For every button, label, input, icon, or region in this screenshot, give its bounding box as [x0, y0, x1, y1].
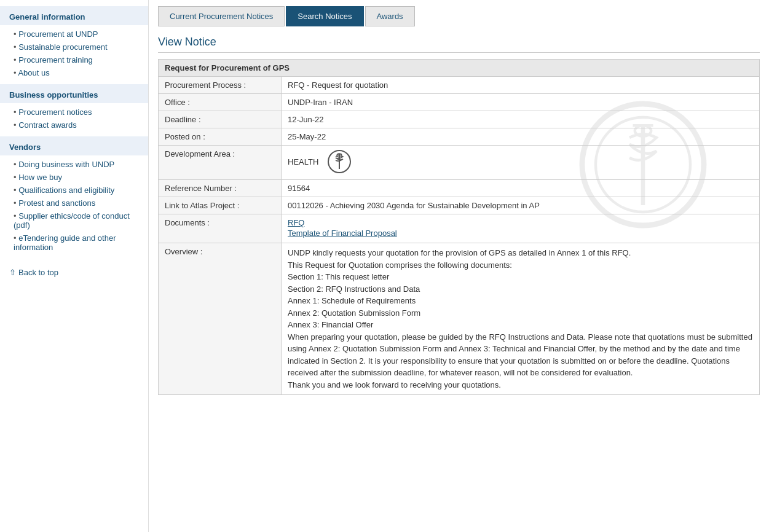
deadline-label: Deadline : — [159, 111, 282, 128]
sidebar-item-how-we-buy[interactable]: How we buy — [0, 171, 148, 184]
sidebar-item-procurement-training[interactable]: Procurement training — [0, 53, 148, 66]
notice-table: Request for Procurement of GPS Procureme… — [158, 59, 760, 395]
link-atlas-label: Link to Atlas Project : — [159, 197, 282, 214]
view-notice-title: View Notice — [158, 36, 760, 53]
sidebar-item-qualifications[interactable]: Qualifications and eligibility — [0, 184, 148, 197]
sidebar-item-sustainable-procurement[interactable]: Sustainable procurement — [0, 41, 148, 53]
deadline-value: 12-Jun-22 — [282, 111, 760, 128]
sidebar-item-protest-sanctions[interactable]: Protest and sanctions — [0, 197, 148, 209]
template-link[interactable]: Template of Financial Proposal — [288, 229, 753, 238]
development-area-text: HEALTH — [288, 157, 318, 166]
view-notice-area: View Notice Request for Procurement of G… — [158, 36, 760, 395]
sidebar-item-about-us[interactable]: About us — [0, 66, 148, 79]
overview-value: UNDP kindly requests your quotation for … — [282, 243, 760, 395]
sidebar-item-supplier-ethics[interactable]: Supplier ethics/code of conduct (pdf) — [0, 209, 148, 232]
tab-search-notices[interactable]: Search Notices — [286, 6, 363, 26]
sidebar-item-etendering[interactable]: eTendering guide and other information — [0, 232, 148, 254]
procurement-process-label: Procurement Process : — [159, 77, 282, 94]
link-atlas-value: 00112026 - Achieving 2030 Agenda for Sus… — [282, 197, 760, 214]
development-area-value: HEALTH — [282, 146, 760, 180]
chevron-up-icon: ⇧ — [9, 268, 16, 277]
overview-label: Overview : — [159, 243, 282, 395]
notice-table-wrapper: Request for Procurement of GPS Procureme… — [158, 59, 760, 395]
tab-bar: Current Procurement Notices Search Notic… — [158, 6, 760, 26]
reference-number-label: Reference Number : — [159, 180, 282, 197]
posted-on-value: 25-May-22 — [282, 128, 760, 146]
sidebar-item-procurement-at-undp[interactable]: Procurement at UNDP — [0, 28, 148, 41]
back-to-top-label: Back to top — [18, 268, 58, 277]
main-content: Current Procurement Notices Search Notic… — [149, 0, 769, 532]
posted-on-label: Posted on : — [159, 128, 282, 146]
notice-table-header: Request for Procurement of GPS — [159, 60, 760, 77]
office-value: UNDP-Iran - IRAN — [282, 94, 760, 111]
tab-awards[interactable]: Awards — [365, 6, 415, 26]
rfq-link[interactable]: RFQ — [288, 218, 753, 227]
general-info-section-title: General information — [0, 6, 148, 25]
back-to-top-button[interactable]: ⇧ Back to top — [0, 259, 148, 286]
sidebar: General information Procurement at UNDP … — [0, 0, 149, 532]
health-icon — [327, 149, 352, 176]
business-opps-section-title: Business opportunities — [0, 84, 148, 103]
sidebar-item-procurement-notices[interactable]: Procurement notices — [0, 106, 148, 119]
tab-current-procurement-notices[interactable]: Current Procurement Notices — [158, 6, 285, 26]
office-label: Office : — [159, 94, 282, 111]
overview-text: UNDP kindly requests your quotation for … — [288, 247, 753, 391]
development-area-label: Development Area : — [159, 146, 282, 180]
vendors-section-title: Vendors — [0, 136, 148, 155]
documents-label: Documents : — [159, 214, 282, 243]
reference-number-value: 91564 — [282, 180, 760, 197]
documents-value: RFQ Template of Financial Proposal — [282, 214, 760, 243]
sidebar-item-doing-business[interactable]: Doing business with UNDP — [0, 158, 148, 171]
sidebar-item-contract-awards[interactable]: Contract awards — [0, 119, 148, 131]
procurement-process-value: RFQ - Request for quotation — [282, 77, 760, 94]
